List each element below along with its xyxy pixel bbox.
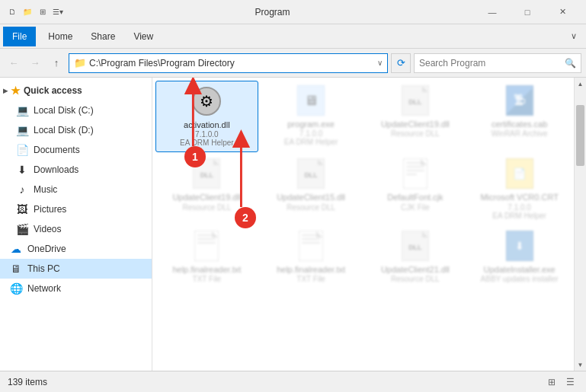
updateclient1-sub1: Resource DLL	[391, 129, 440, 138]
sidebar-label-pictures: Pictures	[34, 204, 132, 215]
help1-icon-wrap	[191, 231, 222, 261]
defaultfont-name: DefaultFont.cjk	[387, 192, 443, 202]
sidebar-label-this-pc: This PC	[27, 263, 146, 274]
crt-icon: 📄	[506, 158, 533, 189]
archive-icon: 🗜	[506, 85, 533, 116]
sidebar-label-onedrive: OneDrive	[27, 244, 146, 254]
up-button[interactable]: ↑	[47, 54, 66, 72]
sidebar-item-onedrive[interactable]: ☁ OneDrive	[0, 239, 152, 259]
sidebar-item-network[interactable]: 🌐 Network	[0, 279, 152, 298]
file-item-certificates-cab[interactable]: 🗜 certificates.cab WinRAR Archive	[468, 81, 571, 152]
sidebar-label-local-d: Local Disk (D:)	[34, 125, 132, 135]
dll-icon-1: DLL	[402, 85, 429, 116]
back-button[interactable]: ←	[5, 54, 23, 72]
toolbar-icon-view[interactable]: ☰▾	[52, 6, 64, 18]
this-pc-icon: 🖥	[9, 263, 23, 275]
sidebar-item-music[interactable]: ♪ Music 📌	[0, 180, 152, 199]
help2-name: help.finalreader.txt	[277, 264, 345, 275]
microsoft-crt-sub2: EA DRM Helper	[492, 212, 546, 220]
activation-dll-name: activation.dll	[184, 120, 230, 130]
file-item-activation-dll[interactable]: ⚙ activation.dll 7.1.0.0 EA DRM Helper	[155, 81, 258, 152]
doc-icon-1	[403, 158, 427, 189]
scroll-thumb[interactable]	[576, 105, 584, 166]
activation-gear-icon: ⚙	[192, 87, 221, 116]
title-bar: 🗋 📁 ⊞ ☰▾ Program — □ ✕	[0, 0, 586, 24]
search-box[interactable]: 🔍	[414, 53, 581, 73]
address-dropdown-icon[interactable]: ∨	[377, 59, 383, 67]
view-toggles: ⊞ ☰	[543, 374, 578, 390]
minimize-button[interactable]: —	[475, 0, 510, 24]
sidebar-label-downloads: Downloads	[34, 164, 132, 175]
pictures-icon: 🖼	[15, 203, 29, 215]
quick-access-chevron: ▶	[3, 88, 8, 94]
toolbar-icon-properties[interactable]: ⊞	[37, 6, 49, 18]
documents-icon: 📄	[15, 144, 29, 156]
dll-icon-3: DLL	[297, 158, 325, 189]
sidebar-label-documents: Documents	[34, 145, 132, 155]
sidebar-item-quick-access[interactable]: ▶ ★ Quick access	[0, 81, 152, 100]
updateclient15-sub1: Resource DLL	[287, 203, 335, 212]
vertical-scrollbar[interactable]: ▲ ▼	[574, 78, 586, 371]
videos-icon: 🎬	[15, 223, 29, 235]
file-item-microsoft-crt[interactable]: 📄 Microsoft VCR0.CRT 7.1.0.0 EA DRM Help…	[468, 154, 571, 224]
file-item-updateclient-dll-2[interactable]: DLL UpdateClient19.dll Resource DLL	[155, 154, 258, 224]
menu-file[interactable]: File	[3, 27, 36, 46]
sidebar-label-local-c: Local Disk (C:)	[34, 105, 132, 116]
file-item-defaultfont[interactable]: DefaultFont.cjk CJK File	[364, 154, 467, 224]
sidebar-item-this-pc[interactable]: 🖥 This PC	[0, 259, 152, 279]
status-bar: 139 items ⊞ ☰	[0, 371, 586, 392]
menu-bar: File Home Share View ∨	[0, 24, 586, 49]
sidebar-item-downloads[interactable]: ⬇ Downloads 📌	[0, 160, 152, 180]
help2-sub1: TXT File	[296, 275, 325, 283]
scroll-down-button[interactable]: ▼	[575, 359, 587, 371]
forward-button[interactable]: →	[26, 54, 44, 72]
search-input[interactable]	[419, 58, 562, 69]
view-tiles-button[interactable]: ⊞	[543, 374, 560, 390]
updateclient1-name: UpdateClient19.dll	[381, 119, 450, 129]
certificates-sub1: WinRAR Archive	[492, 129, 548, 138]
menu-view[interactable]: View	[124, 27, 162, 46]
file-item-updateinstaller[interactable]: ⬇ UpdateInstaller.exe ABBY updates insta…	[468, 226, 571, 288]
ribbon-toggle[interactable]: ∨	[571, 31, 583, 41]
exe-icon: 🖥	[297, 85, 325, 116]
view-list-button[interactable]: ☰	[562, 374, 578, 390]
file-item-updateclient21[interactable]: DLL UpdateClient21.dll Resource DLL	[364, 226, 467, 288]
microsoft-crt-icon-wrap: 📄	[504, 158, 535, 189]
file-item-program-exe[interactable]: 🖥 program.exe 7.1.0.0 EA DRM Helper	[260, 81, 363, 152]
sidebar-item-videos[interactable]: 🎬 Videos 📌	[0, 219, 152, 239]
installer-icon: ⬇	[506, 231, 533, 261]
close-button[interactable]: ✕	[545, 0, 580, 24]
sidebar-item-documents[interactable]: 📄 Documents 📌	[0, 140, 152, 160]
help1-sub1: TXT File	[193, 275, 222, 283]
file-item-help-txt-2[interactable]: help.finalreader.txt TXT File	[260, 226, 363, 288]
program-exe-name: program.exe	[287, 119, 335, 129]
program-exe-sub1: 7.1.0.0	[299, 129, 323, 138]
sidebar-item-local-d[interactable]: 💻 Local Disk (D:) 📌	[0, 120, 152, 140]
file-item-updateclient-dll-1[interactable]: DLL UpdateClient19.dll Resource DLL	[364, 81, 467, 152]
refresh-button[interactable]: ⟳	[391, 53, 411, 73]
file-item-updateclient15-dll[interactable]: DLL UpdateClient15.dll Resource DLL	[260, 154, 363, 224]
music-icon: ♪	[15, 183, 29, 196]
file-item-help-txt-1[interactable]: help.finalreader.txt TXT File	[155, 226, 258, 288]
scroll-up-button[interactable]: ▲	[575, 78, 587, 90]
onedrive-icon: ☁	[9, 243, 23, 255]
scroll-track[interactable]	[575, 90, 586, 359]
help2-icon-wrap	[296, 231, 326, 261]
sidebar-item-pictures[interactable]: 🖼 Pictures 📌	[0, 199, 152, 219]
file-grid: ⚙ activation.dll 7.1.0.0 EA DRM Helper 🖥…	[155, 81, 571, 288]
title-bar-controls: — □ ✕	[475, 0, 580, 24]
updateclient2-name: UpdateClient19.dll	[172, 192, 241, 202]
sidebar-item-local-c[interactable]: 💻 Local Disk (C:) 📌	[0, 100, 152, 120]
status-item-count: 139 items	[8, 377, 47, 387]
menu-home[interactable]: Home	[39, 27, 82, 46]
search-icon[interactable]: 🔍	[565, 58, 576, 69]
toolbar-icon-new[interactable]: 🗋	[6, 6, 18, 18]
updateclient21-name: UpdateClient21.dll	[381, 264, 450, 275]
program-exe-sub2: EA DRM Helper	[284, 138, 338, 146]
downloads-icon: ⬇	[15, 164, 29, 176]
maximize-button[interactable]: □	[510, 0, 545, 24]
address-path: C:\Program Files\Program Directory	[89, 58, 374, 69]
menu-share[interactable]: Share	[82, 27, 124, 46]
toolbar-icon-up[interactable]: 📁	[21, 6, 34, 18]
address-box[interactable]: 📁 C:\Program Files\Program Directory ∨	[69, 53, 388, 73]
